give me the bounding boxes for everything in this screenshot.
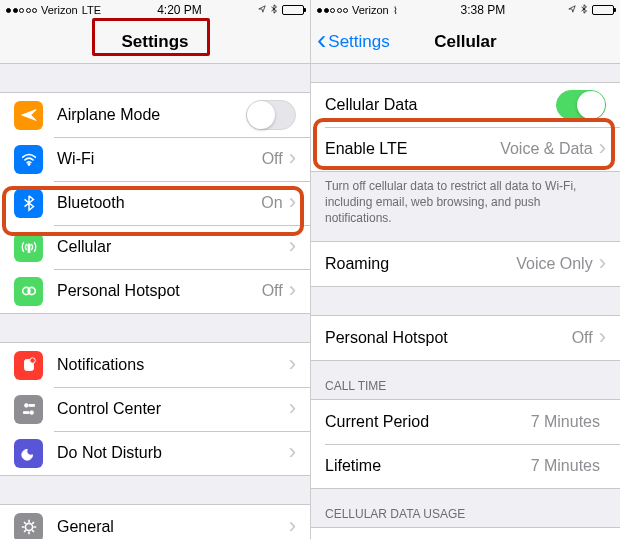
- row-value: Off: [262, 150, 283, 168]
- row-label: Current Period: [325, 413, 531, 431]
- airplane-icon: [14, 101, 43, 130]
- bluetooth-icon: [580, 4, 588, 16]
- row-label: Roaming: [325, 255, 516, 273]
- settings-screen: Verizon LTE 4:20 PM Settings Airplane Mo…: [0, 0, 310, 539]
- row-cellular-data[interactable]: Cellular Data: [311, 83, 620, 127]
- row-label: General: [57, 518, 289, 536]
- chevron-right-icon: ›: [289, 147, 296, 169]
- row-enable-lte[interactable]: Enable LTE Voice & Data ›: [311, 127, 620, 171]
- row-value: Off: [572, 329, 593, 347]
- cellular-screen: Verizon ⌇ 3:38 PM ‹ Settings Cellular Ce…: [310, 0, 620, 539]
- chevron-right-icon: ›: [289, 191, 296, 213]
- page-title: Cellular: [434, 32, 496, 52]
- chevron-right-icon: ›: [289, 353, 296, 375]
- svg-point-11: [25, 523, 32, 530]
- cellular-data-toggle[interactable]: [556, 90, 606, 120]
- row-label: Wi-Fi: [57, 150, 262, 168]
- svg-point-2: [27, 244, 30, 247]
- row-value: On: [261, 194, 282, 212]
- notifications-icon: [14, 351, 43, 380]
- bluetooth-icon: [14, 189, 43, 218]
- carrier-label: Verizon: [352, 4, 389, 16]
- row-do-not-disturb[interactable]: Do Not Disturb ›: [0, 431, 310, 475]
- network-type: LTE: [82, 4, 101, 16]
- row-value: 7 Minutes: [531, 413, 600, 431]
- row-label: Bluetooth: [57, 194, 261, 212]
- row-notifications[interactable]: Notifications ›: [0, 343, 310, 387]
- carrier-label: Verizon: [41, 4, 78, 16]
- chevron-right-icon: ›: [289, 397, 296, 419]
- wifi-icon: [14, 145, 43, 174]
- chevron-right-icon: ›: [599, 326, 606, 348]
- row-bluetooth[interactable]: Bluetooth On ›: [0, 181, 310, 225]
- row-value: Off: [262, 282, 283, 300]
- row-label: Airplane Mode: [57, 106, 246, 124]
- chevron-right-icon: ›: [289, 515, 296, 537]
- row-cellular[interactable]: Cellular ›: [0, 225, 310, 269]
- svg-point-6: [29, 358, 34, 363]
- row-label: Enable LTE: [325, 140, 500, 158]
- battery-icon: [592, 5, 614, 15]
- row-personal-hotspot[interactable]: Personal Hotspot Off ›: [0, 269, 310, 313]
- nav-bar: ‹ Settings Cellular: [311, 20, 620, 64]
- row-airplane-mode[interactable]: Airplane Mode: [0, 93, 310, 137]
- svg-point-0: [27, 163, 29, 165]
- row-label: Lifetime: [325, 457, 531, 475]
- row-value: 7 Minutes: [531, 457, 600, 475]
- clock: 3:38 PM: [461, 3, 506, 17]
- chevron-right-icon: ›: [289, 279, 296, 301]
- dnd-icon: [14, 439, 43, 468]
- row-label: Personal Hotspot: [57, 282, 262, 300]
- signal-strength-icon: [6, 8, 37, 13]
- page-title: Settings: [121, 32, 188, 52]
- back-button[interactable]: ‹ Settings: [317, 20, 390, 63]
- clock: 4:20 PM: [157, 3, 202, 17]
- svg-point-9: [29, 411, 33, 415]
- airplane-toggle[interactable]: [246, 100, 296, 130]
- row-value: Voice Only: [516, 255, 592, 273]
- chevron-right-icon: ›: [289, 235, 296, 257]
- signal-strength-icon: [317, 8, 348, 13]
- battery-icon: [282, 5, 304, 15]
- control-center-icon: [14, 395, 43, 424]
- back-label: Settings: [328, 32, 389, 52]
- row-value: Voice & Data: [500, 140, 593, 158]
- row-label: Personal Hotspot: [325, 329, 572, 347]
- svg-rect-10: [23, 412, 28, 414]
- row-label: Notifications: [57, 356, 289, 374]
- gear-icon: [14, 513, 43, 540]
- nav-bar: Settings: [0, 20, 310, 64]
- row-label: Cellular Data: [325, 96, 556, 114]
- location-icon: [258, 4, 266, 16]
- cellular-data-footer: Turn off cellular data to restrict all d…: [311, 172, 620, 241]
- row-wifi[interactable]: Wi-Fi Off ›: [0, 137, 310, 181]
- row-control-center[interactable]: Control Center ›: [0, 387, 310, 431]
- svg-point-7: [24, 404, 28, 408]
- chevron-right-icon: ›: [599, 252, 606, 274]
- row-general[interactable]: General ›: [0, 505, 310, 539]
- row-label: Do Not Disturb: [57, 444, 289, 462]
- status-bar: Verizon LTE 4:20 PM: [0, 0, 310, 20]
- group-header-data-usage: CELLULAR DATA USAGE: [311, 489, 620, 527]
- location-icon: [568, 4, 576, 16]
- svg-rect-8: [29, 405, 34, 407]
- row-data-current-period: Current Period 924 KB: [311, 528, 620, 539]
- cellular-icon: [14, 233, 43, 262]
- chevron-right-icon: ›: [289, 441, 296, 463]
- row-personal-hotspot[interactable]: Personal Hotspot Off ›: [311, 316, 620, 360]
- row-current-period: Current Period 7 Minutes: [311, 400, 620, 444]
- bluetooth-icon: [270, 4, 278, 16]
- row-lifetime: Lifetime 7 Minutes: [311, 444, 620, 488]
- chevron-left-icon: ‹: [317, 26, 326, 54]
- row-roaming[interactable]: Roaming Voice Only ›: [311, 242, 620, 286]
- hotspot-icon: [14, 277, 43, 306]
- wifi-status-icon: ⌇: [393, 5, 398, 16]
- row-label: Cellular: [57, 238, 289, 256]
- chevron-right-icon: ›: [599, 137, 606, 159]
- row-label: Control Center: [57, 400, 289, 418]
- status-bar: Verizon ⌇ 3:38 PM: [311, 0, 620, 20]
- group-header-call-time: CALL TIME: [311, 361, 620, 399]
